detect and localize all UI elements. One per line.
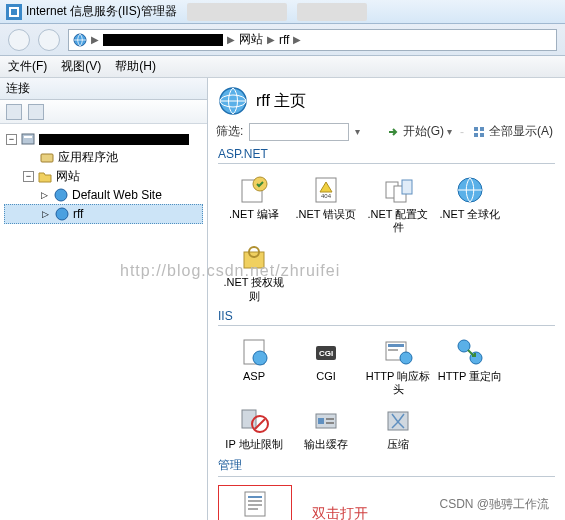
- app-pools-icon: [39, 150, 55, 166]
- svg-rect-39: [326, 418, 334, 420]
- filter-label: 筛选:: [216, 123, 243, 140]
- back-button[interactable]: [8, 29, 30, 51]
- background-tab[interactable]: [297, 3, 367, 21]
- ip-restrict-icon: [238, 404, 270, 436]
- svg-point-8: [56, 208, 68, 220]
- menu-bar: 文件(F) 视图(V) 帮助(H): [0, 56, 565, 78]
- tree-server-node[interactable]: −: [4, 130, 203, 148]
- connections-header: 连接: [0, 78, 207, 100]
- svg-rect-38: [318, 418, 324, 424]
- feature-net-profile[interactable]: .NET 配置文件: [362, 172, 434, 236]
- feature-output-cache[interactable]: 输出缓存: [290, 402, 362, 453]
- svg-rect-5: [24, 136, 32, 138]
- aspnet-section: ASP.NET .NET 编译 404 .NET 错误页 .NET 配置文件 .…: [208, 143, 565, 305]
- page-title: rff 主页: [256, 91, 306, 112]
- go-icon: [386, 125, 400, 139]
- compilation-icon: [238, 174, 270, 206]
- error-page-icon: 404: [310, 174, 342, 206]
- forward-button[interactable]: [38, 29, 60, 51]
- filter-input[interactable]: [249, 123, 349, 141]
- app-icon: [6, 4, 22, 20]
- hint-text: 双击打开: [312, 505, 368, 520]
- filter-bar: 筛选: ▾ 开始(G) ▾ - 全部显示(A): [208, 120, 565, 143]
- auth-icon: [238, 242, 270, 274]
- breadcrumb-segment[interactable]: 网站: [239, 31, 263, 48]
- feature-ip-restrict[interactable]: IP 地址限制: [218, 402, 290, 453]
- svg-rect-31: [388, 349, 398, 351]
- menu-file[interactable]: 文件(F): [8, 58, 47, 75]
- content-pane: rff 主页 筛选: ▾ 开始(G) ▾ - 全部显示(A) ASP.NET: [208, 78, 565, 520]
- compression-icon: [382, 404, 414, 436]
- svg-rect-45: [248, 504, 262, 506]
- globalization-icon: [454, 174, 486, 206]
- window-titlebar: Internet 信息服务(IIS)管理器: [0, 0, 565, 24]
- section-header: IIS: [218, 309, 555, 326]
- svg-point-26: [253, 351, 267, 365]
- svg-rect-11: [474, 127, 478, 131]
- window-title: Internet 信息服务(IIS)管理器: [26, 3, 177, 20]
- tree-label: rff: [73, 207, 83, 221]
- feature-asp[interactable]: ASP: [218, 334, 290, 398]
- tree-sites[interactable]: − 网站: [4, 167, 203, 186]
- menu-view[interactable]: 视图(V): [61, 58, 101, 75]
- feature-net-error-pages[interactable]: 404 .NET 错误页: [290, 172, 362, 236]
- iis-section: IIS ASP CGI CGI HTTP 响应标头 HTTP 重定向: [208, 305, 565, 454]
- asp-icon: [238, 336, 270, 368]
- show-all-button[interactable]: 全部显示(A): [468, 122, 557, 141]
- tree-default-site[interactable]: ▷ Default Web Site: [4, 186, 203, 204]
- svg-rect-44: [248, 500, 262, 502]
- svg-text:CGI: CGI: [319, 349, 333, 358]
- svg-point-32: [400, 352, 412, 364]
- svg-point-7: [55, 189, 67, 201]
- feature-compression[interactable]: 压缩: [362, 402, 434, 453]
- chevron-down-icon[interactable]: ▾: [355, 126, 360, 137]
- background-tab[interactable]: [187, 3, 287, 21]
- feature-http-headers[interactable]: HTTP 响应标头: [362, 334, 434, 398]
- breadcrumb[interactable]: ▶ ▶ 网站 ▶ rff ▶: [68, 29, 557, 51]
- chevron-right-icon: ▶: [227, 34, 235, 45]
- go-button[interactable]: 开始(G) ▾: [382, 122, 456, 141]
- toolbar-button[interactable]: [28, 104, 44, 120]
- address-bar: ▶ ▶ 网站 ▶ rff ▶: [0, 24, 565, 56]
- server-icon: [20, 131, 36, 147]
- cgi-icon: CGI: [310, 336, 342, 368]
- feature-net-compilation[interactable]: .NET 编译: [218, 172, 290, 236]
- feature-net-auth-rules[interactable]: .NET 授权规则: [218, 240, 290, 304]
- show-all-icon: [472, 125, 486, 139]
- feature-config-editor[interactable]: 配置编辑器: [218, 485, 292, 520]
- tree-app-pools[interactable]: 应用程序池: [4, 148, 203, 167]
- tree-rff-site[interactable]: ▷ rff: [4, 204, 203, 224]
- connections-toolbar: [0, 100, 207, 124]
- profile-icon: [382, 174, 414, 206]
- config-editor-icon: [239, 488, 271, 520]
- toolbar-button[interactable]: [6, 104, 22, 120]
- feature-cgi[interactable]: CGI CGI: [290, 334, 362, 398]
- globe-icon: [54, 206, 70, 222]
- svg-rect-40: [326, 422, 334, 424]
- folder-icon: [37, 169, 53, 185]
- connections-panel: 连接 − 应用程序池 − 网站: [0, 78, 208, 520]
- connections-tree: − 应用程序池 − 网站 ▷ Default Web Site: [0, 124, 207, 230]
- section-header: ASP.NET: [218, 147, 555, 164]
- breadcrumb-segment[interactable]: rff: [279, 33, 289, 47]
- tree-label: 应用程序池: [58, 149, 118, 166]
- menu-help[interactable]: 帮助(H): [115, 58, 156, 75]
- svg-rect-43: [248, 496, 262, 498]
- cache-icon: [310, 404, 342, 436]
- feature-http-redirect[interactable]: HTTP 重定向: [434, 334, 506, 398]
- svg-text:404: 404: [321, 193, 332, 199]
- svg-rect-30: [388, 344, 404, 347]
- chevron-right-icon: ▶: [267, 34, 275, 45]
- redirect-icon: [454, 336, 486, 368]
- svg-rect-46: [248, 508, 258, 510]
- svg-rect-21: [402, 180, 412, 194]
- svg-rect-23: [244, 252, 264, 268]
- feature-net-globalization[interactable]: .NET 全球化: [434, 172, 506, 236]
- tree-label: 网站: [56, 168, 80, 185]
- chevron-right-icon: ▶: [91, 34, 99, 45]
- server-name-redacted: [103, 34, 223, 46]
- svg-rect-6: [41, 154, 53, 162]
- svg-rect-12: [480, 127, 484, 131]
- page-title-row: rff 主页: [208, 78, 565, 120]
- svg-rect-13: [474, 133, 478, 137]
